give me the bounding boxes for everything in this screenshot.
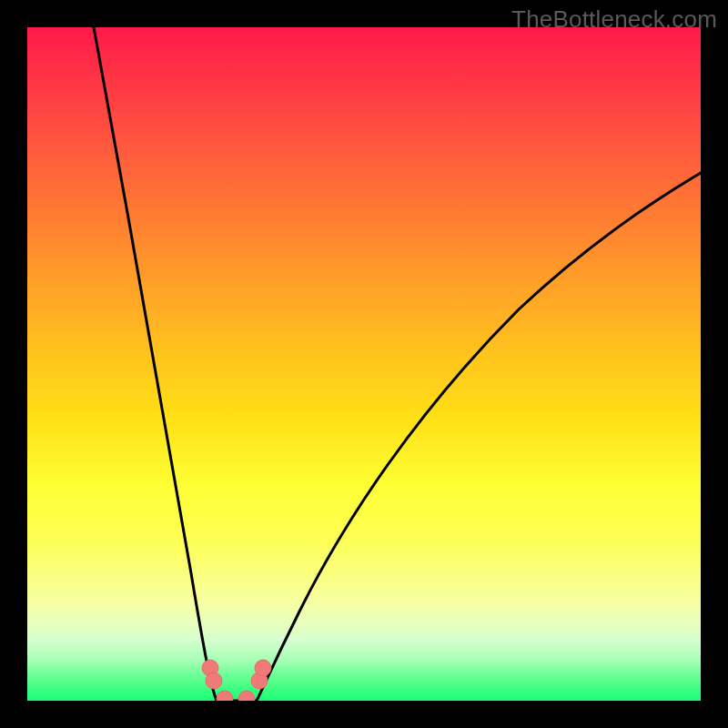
marker-floor-right xyxy=(238,691,255,701)
bottleneck-curve xyxy=(27,27,701,701)
marker-left-upper xyxy=(206,672,222,689)
marker-floor-left xyxy=(217,691,233,701)
watermark-text: TheBottleneck.com xyxy=(511,5,717,34)
marker-right-upper xyxy=(255,660,271,676)
plot-area xyxy=(27,27,701,701)
curve-path xyxy=(94,27,701,701)
